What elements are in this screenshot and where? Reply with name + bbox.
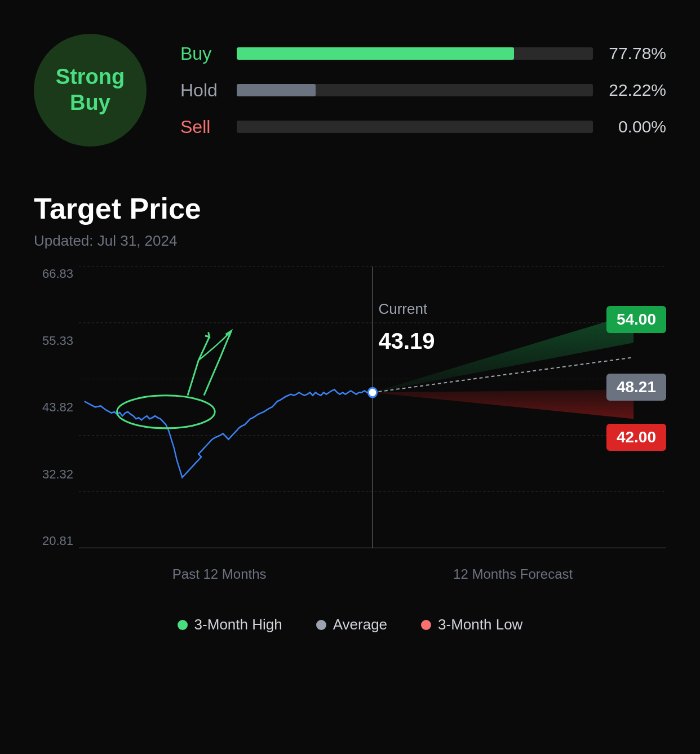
legend-avg: Average [316,616,387,633]
y-label-2: 55.33 [34,334,79,348]
legend-dot-high [178,620,188,630]
hold-pct: 22.22% [604,81,666,100]
y-axis: 66.83 55.33 43.82 32.32 20.81 [34,267,79,548]
chart-svg [79,267,666,548]
legend-dot-low [421,620,431,630]
sell-pct: 0.00% [604,117,666,136]
buy-label: Buy [180,43,225,64]
hold-bar-track [237,84,593,96]
sell-label: Sell [180,117,225,138]
recommendation-section: Strong Buy Buy 77.78% Hold 22.22% Sell 0… [0,0,700,169]
high-price-badge: 54.00 [606,306,666,333]
hold-rating-row: Hold 22.22% [180,80,666,101]
chart-container: 66.83 55.33 43.82 32.32 20.81 [34,267,666,582]
target-price-section: Target Price Updated: Jul 31, 2024 66.83… [0,169,700,593]
y-label-1: 66.83 [34,267,79,281]
legend-section: 3-Month High Average 3-Month Low [0,599,700,650]
svg-marker-9 [373,389,633,419]
legend-low: 3-Month Low [421,616,522,633]
sell-bar-track [237,121,593,133]
updated-date: Updated: Jul 31, 2024 [34,232,666,250]
legend-high: 3-Month High [178,616,282,633]
x-axis-labels: Past 12 Months 12 Months Forecast [79,566,666,582]
current-price-display: 43.19 [378,329,435,354]
y-label-4: 32.32 [34,467,79,482]
legend-label-avg: Average [333,616,387,633]
target-price-title: Target Price [34,192,666,225]
svg-point-11 [117,396,215,428]
buy-bar-fill [237,47,514,60]
avg-price-badge: 48.21 [606,374,666,401]
buy-rating-row: Buy 77.78% [180,43,666,64]
current-label: Current [378,300,427,318]
ratings-section: Buy 77.78% Hold 22.22% Sell 0.00% [180,43,666,138]
legend-dot-avg [316,620,326,630]
strong-buy-circle: Strong Buy [34,34,147,147]
svg-point-12 [368,388,376,397]
x-label-forecast: 12 Months Forecast [453,566,573,582]
chart-area: Current 43.19 54.00 48.21 42.00 [79,267,666,548]
y-label-3: 43.82 [34,400,79,415]
sell-rating-row: Sell 0.00% [180,117,666,138]
hold-label: Hold [180,80,225,101]
legend-label-high: 3-Month High [194,616,282,633]
hold-bar-fill [237,84,316,96]
strong-buy-label: Strong Buy [34,64,147,116]
legend-label-low: 3-Month Low [438,616,522,633]
low-price-badge: 42.00 [606,424,666,451]
x-label-past: Past 12 Months [172,566,267,582]
buy-bar-track [237,47,593,60]
y-label-5: 20.81 [34,534,79,548]
buy-pct: 77.78% [604,44,666,63]
